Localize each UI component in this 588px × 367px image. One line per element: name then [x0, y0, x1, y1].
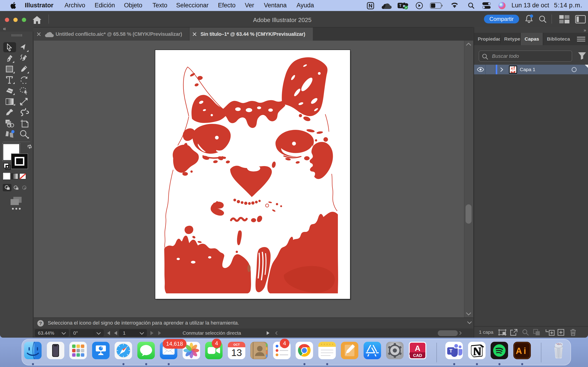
- svg-text:T: T: [399, 4, 401, 8]
- svg-text:A: A: [516, 346, 522, 356]
- svg-text:OCT: OCT: [233, 343, 240, 346]
- svg-text:CAD: CAD: [413, 353, 422, 358]
- svg-text:T: T: [449, 348, 452, 354]
- svg-text:A: A: [415, 344, 421, 352]
- svg-text:i: i: [524, 346, 526, 356]
- svg-text:13: 13: [231, 347, 242, 358]
- svg-text:?: ?: [39, 321, 42, 326]
